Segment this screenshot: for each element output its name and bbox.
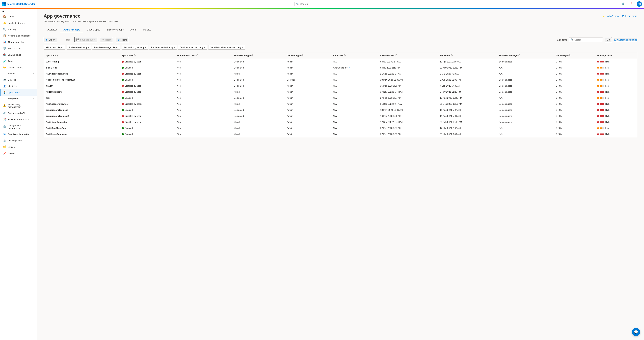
sidebar-item-trials[interactable]: 🧪Trials bbox=[0, 58, 37, 64]
sidebar-item-identities[interactable]: 👤Identities bbox=[0, 83, 37, 89]
filters-button[interactable]: ⊜ Filters bbox=[116, 37, 129, 42]
verified-icon-1: ✔ bbox=[348, 66, 350, 69]
sidebar-icon-learning: 📚 bbox=[3, 53, 6, 56]
export-button[interactable]: ⬇ Export bbox=[44, 37, 57, 42]
filter-value-services_accessed: Any bbox=[200, 46, 204, 49]
sidebar-item-devices[interactable]: 💻Devices bbox=[0, 77, 37, 83]
settings-icon[interactable]: ⚙️ bbox=[620, 1, 626, 7]
cell-permission-usage-2: N/A bbox=[497, 71, 554, 77]
sidebar-item-threat[interactable]: 📊Threat analytics bbox=[0, 39, 37, 45]
priv-seg3-2 bbox=[602, 73, 604, 75]
col-header-permission_type[interactable]: Permission typeⓘ bbox=[232, 52, 285, 59]
sidebar-label-evaluation: Evaluation & tutorials bbox=[8, 118, 29, 121]
sidebar-item-partners_apis[interactable]: 🔗Partners and APIs› bbox=[0, 110, 37, 116]
filter-chip-permission_type[interactable]: Permission type: Any ▾ bbox=[122, 45, 148, 50]
sidebar-item-assets_header[interactable]: Assets▾ bbox=[0, 71, 37, 77]
cell-data-usage-7: 0 (0%) bbox=[554, 101, 595, 107]
sort-filter-button[interactable]: ⊟ ▾ bbox=[605, 37, 612, 42]
cell-permission-usage-8: Some unused bbox=[497, 107, 554, 113]
app-logo[interactable]: Microsoft 365 Defender bbox=[2, 2, 35, 6]
priv-label-5: High bbox=[606, 91, 610, 93]
status-dot-3 bbox=[122, 79, 124, 81]
cell-data-usage-8: 0 (0%) bbox=[554, 107, 595, 113]
table-row[interactable]: Audit Log GeneratorDisabled by userYesMi… bbox=[44, 119, 637, 125]
filter-chip-services_accessed[interactable]: Services accessed: Any ▾ bbox=[178, 45, 207, 50]
tab-salesforce[interactable]: Salesforce apps bbox=[104, 27, 127, 33]
table-row[interactable]: AuditLogsConnectorEnabledYesMixedAdminN/… bbox=[44, 131, 637, 137]
priv-seg1-5 bbox=[598, 91, 600, 93]
table-search-input[interactable] bbox=[574, 38, 601, 41]
priv-seg2-3 bbox=[600, 79, 602, 81]
whats-new-button[interactable]: ✨ What's new bbox=[603, 15, 619, 17]
col-header-data_usage[interactable]: Data usageⓘ bbox=[554, 52, 595, 59]
filter-chip-publisher_verified[interactable]: Publisher verified: Any ▾ bbox=[149, 45, 177, 50]
filter-chip-permission_usage[interactable]: Permission usage: Any ▾ bbox=[92, 45, 120, 50]
chat-button[interactable]: 💬 bbox=[632, 328, 640, 336]
table-row[interactable]: appEnabledYesDelegatedAdminN/A27 Feb 202… bbox=[44, 95, 637, 101]
col-header-app_name[interactable]: App name↑ bbox=[44, 52, 120, 59]
sidebar-item-learning[interactable]: 📚Learning hub bbox=[0, 52, 37, 58]
sidebar-label-partners_apis: Partners and APIs bbox=[8, 112, 26, 114]
sidebar-label-hunting: Hunting bbox=[8, 28, 16, 31]
tab-policies[interactable]: Policies bbox=[140, 27, 154, 33]
tab-alerts[interactable]: Alerts bbox=[127, 27, 140, 33]
tab-google_apps[interactable]: Google apps bbox=[83, 27, 103, 33]
filter-chip-privilege_level[interactable]: Privilege level: Any ▾ bbox=[66, 45, 91, 50]
table-row[interactable]: appadracarbTecnicas1Disabled by userYesD… bbox=[44, 113, 637, 119]
learn-more-button[interactable]: ⊞ Learn more bbox=[622, 15, 637, 17]
table-row[interactable]: alfalfa4Disabled by userYesDelegatedAdmi… bbox=[44, 83, 637, 89]
sidebar-item-evaluation[interactable]: 📝Evaluation & tutorials› bbox=[0, 116, 37, 123]
sidebar-item-home[interactable]: 🏠Home bbox=[0, 13, 37, 20]
global-search-input[interactable] bbox=[300, 3, 360, 5]
sidebar-item-email_collab[interactable]: 📧Email & collaboration▾ bbox=[0, 131, 37, 137]
save-query-button[interactable]: 💾 Save the query bbox=[74, 37, 98, 42]
reset-button[interactable]: ↺ Reset bbox=[100, 37, 113, 42]
filter-chevron-services_accessed: ▾ bbox=[204, 46, 205, 48]
cell-privilege-level-3: Low bbox=[595, 77, 637, 83]
sidebar-item-endpoints_header[interactable]: Endpoints▾ bbox=[0, 96, 37, 102]
table-row[interactable]: Adobe Sign for Microsoft365EnabledYesDel… bbox=[44, 77, 637, 83]
table-row[interactable]: appadracarbTecnicasEnabledYesDelegatedAd… bbox=[44, 107, 637, 113]
col-header-consent_type[interactable]: Consent typeⓘ bbox=[285, 52, 331, 59]
col-header-privilege_level[interactable]: Privilege level bbox=[595, 52, 637, 59]
filter-chip-api_access[interactable]: API access: Any ▾ bbox=[44, 45, 65, 50]
sidebar-item-review[interactable]: 📌Review bbox=[0, 150, 37, 157]
table-row[interactable]: All Hands DemoDisabled by userYesMixedAd… bbox=[44, 89, 637, 95]
cell-last-modified-12: 27 Feb 2023 8:37 AM bbox=[378, 131, 438, 137]
table-row[interactable]: AuditGapClientAppEnabledYesMixedAdminN/A… bbox=[44, 125, 637, 131]
sidebar-item-vulnerability[interactable]: ⚠️Vulnerability management› bbox=[0, 102, 37, 110]
col-header-publisher[interactable]: Publisherⓘ bbox=[331, 52, 378, 59]
page-header-left: App governance bbox=[44, 13, 80, 19]
sidebar-item-secure[interactable]: 🛡️Secure score bbox=[0, 45, 37, 52]
cell-app-status-11: Enabled bbox=[120, 125, 175, 131]
col-header-permission_usage[interactable]: Permission usageⓘ bbox=[497, 52, 554, 59]
global-search-box[interactable]: 🔍 bbox=[294, 2, 362, 6]
sidebar-item-applications[interactable]: 📱Applications bbox=[0, 89, 37, 96]
sidebar-item-incidents[interactable]: 🔔Incidents & alerts› bbox=[0, 20, 37, 26]
table-row[interactable]: AppAccessPolicyTestDisabled by policyYes… bbox=[44, 101, 637, 107]
user-avatar[interactable]: RS bbox=[636, 1, 642, 7]
sidebar-item-actions[interactable]: 📋Actions & submissions› bbox=[0, 32, 37, 39]
tab-overview[interactable]: Overview bbox=[44, 27, 60, 33]
sidebar-item-explorer[interactable]: 🗂️Explorer bbox=[0, 144, 37, 150]
col-header-app_status[interactable]: App statusⓘ bbox=[120, 52, 175, 59]
col-header-graph_api_access[interactable]: Graph API accessⓘ bbox=[175, 52, 232, 59]
sidebar-item-investigations[interactable]: 🔬Investigations bbox=[0, 137, 37, 144]
table-row[interactable]: 0365 TestingDisabled by userYesDelegated… bbox=[44, 59, 637, 65]
sidebar-item-config[interactable]: ⚙️Configuration management bbox=[0, 123, 37, 131]
table-row[interactable]: 1-on-1 HubEnabledYesDelegatedAdminAppflu… bbox=[44, 65, 637, 71]
table-search-box[interactable]: 🔍 bbox=[569, 37, 603, 42]
tab-azure_ad[interactable]: Azure AD apps bbox=[60, 27, 83, 33]
col-header-added_on[interactable]: Added onⓘ bbox=[438, 52, 497, 59]
sidebar-chevron: ▾ bbox=[33, 73, 34, 75]
sidebar-item-hunting[interactable]: 🔍Hunting› bbox=[0, 26, 37, 32]
sidebar-item-partner[interactable]: 🤝Partner catalog› bbox=[0, 64, 37, 71]
sidebar-collapse-button[interactable]: ☰ bbox=[0, 8, 37, 13]
help-icon[interactable]: ❓ bbox=[628, 1, 634, 7]
table-row[interactable]: AadAuditPipelineAppDisabled by userYesMi… bbox=[44, 71, 637, 77]
cell-privilege-level-11: Low bbox=[595, 125, 637, 131]
filter-chip-sensitivity_labels[interactable]: Sensitivity labels accessed: Any ▾ bbox=[208, 45, 245, 50]
customize-columns-button[interactable]: ⊞ Customize columns bbox=[614, 38, 637, 41]
col-header-last_modified[interactable]: Last modifiedⓘ bbox=[378, 52, 438, 59]
cell-app-name-8: appadracarbTecnicas bbox=[44, 107, 120, 113]
